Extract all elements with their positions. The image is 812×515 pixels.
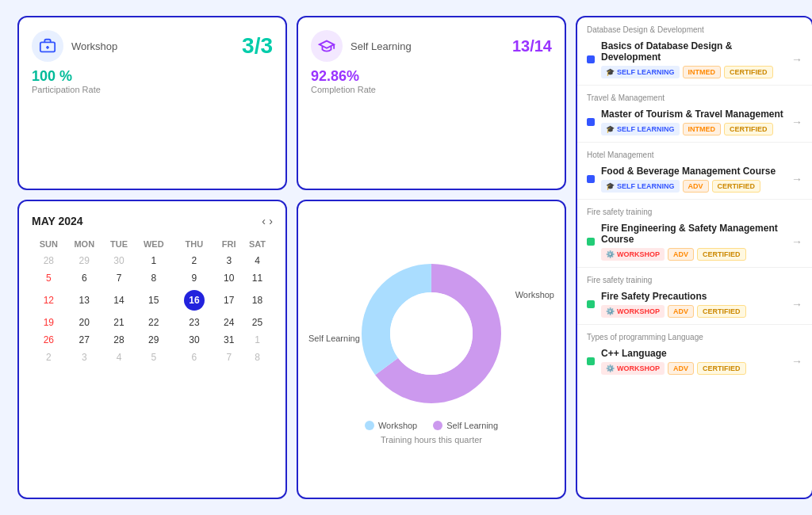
cal-weekday: WED: [135, 236, 172, 252]
workshop-stats-card: Workshop 3/3 100 % Participation Rate: [17, 16, 287, 190]
course-tag-adv: ADV: [668, 305, 694, 318]
legend-workshop: Workshop: [365, 421, 417, 430]
cal-day[interactable]: 16: [172, 287, 216, 314]
cal-day[interactable]: 2: [172, 252, 216, 269]
cal-weekday: FRI: [216, 236, 242, 252]
calendar-title: MAY 2024: [32, 215, 83, 227]
cal-day[interactable]: 4: [103, 349, 135, 366]
cal-day[interactable]: 28: [32, 252, 66, 269]
cal-day[interactable]: 28: [103, 331, 135, 349]
cal-day[interactable]: 18: [242, 287, 273, 314]
cal-day[interactable]: 11: [242, 269, 273, 287]
cal-day[interactable]: 27: [66, 331, 103, 349]
self-learning-rate-label: Completion Rate: [311, 85, 552, 94]
cal-day[interactable]: 3: [66, 349, 103, 366]
course-tags: 🎓 SELF LEARNINGADVCERTIFIED: [601, 180, 785, 193]
cal-day[interactable]: 30: [103, 252, 135, 269]
cal-next-button[interactable]: ›: [269, 215, 273, 227]
course-dot: [587, 175, 595, 183]
cal-day[interactable]: 12: [32, 287, 66, 314]
course-tag-certified: CERTIFIED: [712, 180, 761, 193]
cal-day[interactable]: 14: [103, 287, 135, 314]
cal-day[interactable]: 29: [135, 331, 172, 349]
course-tag-workshop: ⚙️ WORKSHOP: [601, 248, 665, 261]
chart-workshop-label: Workshop: [515, 290, 554, 299]
course-dot: [587, 118, 595, 126]
cal-day[interactable]: 22: [135, 314, 172, 331]
cal-day[interactable]: 29: [66, 252, 103, 269]
chart-legend: Workshop Self Learning: [365, 421, 498, 430]
cal-day[interactable]: 3: [216, 252, 242, 269]
course-name: C++ Language: [601, 348, 785, 359]
cal-day[interactable]: 25: [242, 314, 273, 331]
cal-day[interactable]: 6: [66, 269, 103, 287]
cal-day[interactable]: 5: [32, 269, 66, 287]
course-category: Hotel Management: [577, 143, 812, 161]
workshop-rate: 100 %: [32, 68, 273, 85]
cal-day[interactable]: 4: [242, 252, 273, 269]
course-tag-adv: ADV: [683, 180, 709, 193]
course-tag-adv: ADV: [668, 362, 694, 375]
course-arrow-button[interactable]: →: [791, 355, 802, 368]
course-tag-intmed: INTMED: [683, 66, 722, 78]
cal-day[interactable]: 19: [32, 314, 66, 331]
legend-workshop-text: Workshop: [378, 421, 417, 430]
cal-day[interactable]: 7: [103, 269, 135, 287]
cal-day[interactable]: 23: [172, 314, 216, 331]
list-item[interactable]: Master of Tourism & Travel Management🎓 S…: [577, 104, 812, 143]
self-learning-icon: [311, 30, 343, 62]
cal-day[interactable]: 20: [66, 314, 103, 331]
cal-day[interactable]: 8: [242, 349, 273, 366]
course-arrow-button[interactable]: →: [791, 173, 802, 185]
course-arrow-button[interactable]: →: [791, 53, 802, 66]
course-tag-certified: CERTIFIED: [724, 123, 773, 135]
course-name: Basics of Database Design & Development: [601, 40, 785, 63]
course-list-panel: Database Design & DevelopmentBasics of D…: [576, 16, 812, 499]
list-item[interactable]: C++ Language⚙️ WORKSHOPADVCERTIFIED→: [577, 343, 812, 381]
cal-day[interactable]: 9: [172, 269, 216, 287]
chart-card: Workshop Self Learning Workshop Self Lea…: [297, 200, 566, 500]
cal-day[interactable]: 17: [216, 287, 242, 314]
list-item[interactable]: Food & Beverage Management Course🎓 SELF …: [577, 161, 812, 200]
cal-day[interactable]: 26: [32, 331, 66, 349]
legend-self-learning: Self Learning: [433, 421, 498, 430]
cal-day[interactable]: 2: [32, 349, 66, 366]
list-item[interactable]: Fire Safety Precautions⚙️ WORKSHOPADVCER…: [577, 286, 812, 325]
cal-today: 16: [184, 290, 205, 311]
course-name: Master of Tourism & Travel Management: [601, 109, 785, 120]
donut-chart: Workshop Self Learning: [352, 254, 511, 413]
list-item[interactable]: Basics of Database Design & Development🎓…: [577, 36, 812, 86]
list-item[interactable]: Fire Engineering & Safety Management Cou…: [577, 218, 812, 268]
cal-day[interactable]: 21: [103, 314, 135, 331]
cal-day[interactable]: 1: [242, 331, 273, 349]
course-tag-self-learning: 🎓 SELF LEARNING: [601, 123, 680, 135]
cal-day[interactable]: 1: [135, 252, 172, 269]
course-tag-workshop: ⚙️ WORKSHOP: [601, 305, 665, 318]
course-arrow-button[interactable]: →: [791, 235, 802, 248]
workshop-rate-label: Participation Rate: [32, 85, 273, 94]
cal-day[interactable]: 8: [135, 269, 172, 287]
cal-weekday: SUN: [32, 236, 66, 252]
cal-day[interactable]: 31: [216, 331, 242, 349]
chart-subtitle: Training hours this quarter: [381, 435, 482, 444]
legend-self-learning-dot: [433, 421, 442, 430]
self-learning-count: 13/14: [512, 37, 552, 55]
course-dot: [587, 357, 595, 365]
cal-day[interactable]: 7: [216, 349, 242, 366]
cal-prev-button[interactable]: ‹: [262, 215, 266, 227]
self-learning-label: Self Learning: [350, 40, 512, 52]
cal-day[interactable]: 5: [135, 349, 172, 366]
cal-day[interactable]: 6: [172, 349, 216, 366]
cal-day[interactable]: 13: [66, 287, 103, 314]
cal-day[interactable]: 15: [135, 287, 172, 314]
cal-weekday: SAT: [242, 236, 273, 252]
course-arrow-button[interactable]: →: [791, 298, 802, 311]
self-learning-stats-card: Self Learning 13/14 92.86% Completion Ra…: [297, 16, 566, 190]
workshop-icon: [32, 30, 63, 62]
course-tags: ⚙️ WORKSHOPADVCERTIFIED: [601, 305, 785, 318]
cal-day[interactable]: 10: [216, 269, 242, 287]
cal-day[interactable]: 24: [216, 314, 242, 331]
svg-point-5: [390, 292, 473, 375]
course-arrow-button[interactable]: →: [791, 116, 802, 128]
cal-day[interactable]: 30: [172, 331, 216, 349]
